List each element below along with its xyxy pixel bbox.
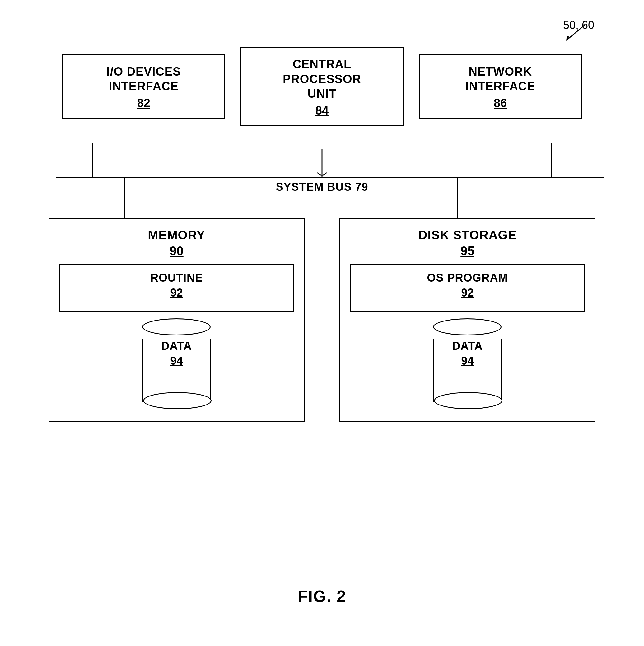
routine-ref: 92	[170, 286, 183, 299]
routine-label: ROUTINE	[65, 272, 289, 285]
io-devices-label: I/O DEVICESINTERFACE	[69, 65, 218, 94]
network-box: NETWORKINTERFACE 86	[419, 54, 582, 119]
network-ref: 86	[494, 96, 507, 110]
reference-label: 50, 60	[563, 19, 594, 32]
io-devices-box: I/O DEVICESINTERFACE 82	[62, 54, 225, 119]
diagram: 50, 60 I/O DEVICESINTERFACE 82 CENTRALPR…	[0, 0, 644, 646]
disk-cylinder-body: DATA 94	[433, 339, 502, 402]
memory-ref: 90	[59, 244, 294, 258]
memory-label: MEMORY	[59, 228, 294, 242]
routine-box: ROUTINE 92	[59, 264, 294, 312]
os-program-label: OS PROGRAM	[355, 272, 579, 285]
disk-cylinder-top	[433, 318, 502, 335]
cylinder-bottom	[143, 392, 212, 409]
cylinder-top	[142, 318, 211, 335]
disk-cylinder-bottom	[434, 392, 503, 409]
memory-box: MEMORY 90 ROUTINE 92 DATA 94	[48, 218, 305, 422]
io-devices-ref: 82	[137, 96, 150, 110]
os-program-ref: 92	[461, 286, 473, 299]
disk-storage-ref: 95	[350, 244, 585, 258]
cylinder-text: DATA 94	[143, 339, 210, 374]
memory-data-cylinder: DATA 94	[59, 318, 294, 412]
os-program-box: OS PROGRAM 92	[350, 264, 585, 312]
cpu-ref: 84	[315, 104, 329, 117]
disk-storage-label: DISK STORAGE	[350, 228, 585, 242]
network-label: NETWORKINTERFACE	[426, 65, 575, 94]
system-bus-label: SYSTEM BUS 79	[276, 181, 368, 194]
cpu-box: CENTRALPROCESSORUNIT 84	[240, 47, 404, 126]
bottom-row: MEMORY 90 ROUTINE 92 DATA 94	[31, 218, 613, 422]
disk-storage-box: DISK STORAGE 95 OS PROGRAM 92 DATA 94	[339, 218, 596, 422]
disk-data-cylinder: DATA 94	[350, 318, 585, 412]
top-row: I/O DEVICESINTERFACE 82 CENTRALPROCESSOR…	[31, 47, 613, 126]
disk-cylinder-text: DATA 94	[434, 339, 501, 374]
cylinder-body: DATA 94	[142, 339, 211, 402]
cpu-label: CENTRALPROCESSORUNIT	[248, 57, 396, 101]
svg-marker-1	[566, 36, 569, 40]
figure-label: FIG. 2	[298, 587, 346, 606]
